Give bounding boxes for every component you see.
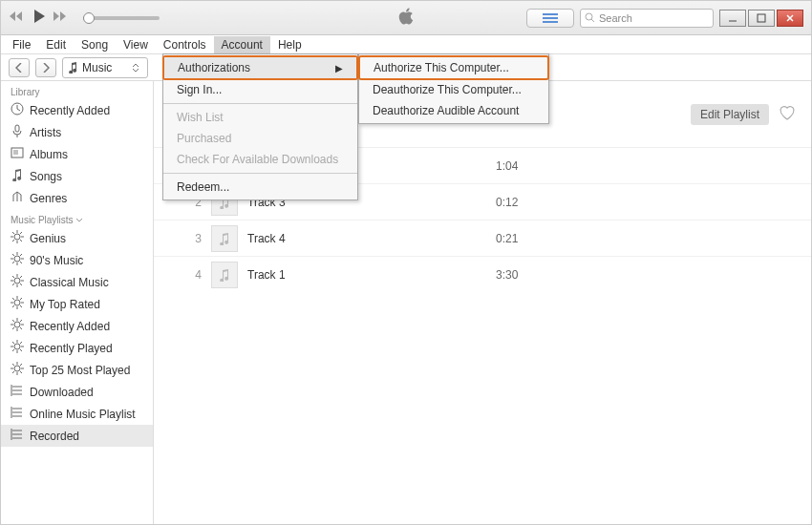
menu-item-label: Sign In... [177, 83, 222, 96]
svg-point-68 [14, 366, 20, 371]
sidebar-library-songs[interactable]: Songs [1, 165, 153, 187]
svg-line-74 [20, 371, 22, 373]
menu-account[interactable]: Account [214, 36, 270, 53]
sidebar-library-artists[interactable]: Artists [1, 121, 153, 143]
sidebar-item-label: Downloaded [30, 386, 94, 399]
svg-point-41 [14, 300, 20, 305]
sidebar-playlist-my-top-rated[interactable]: My Top Rated [1, 293, 153, 315]
sidebar-item-label: Albums [30, 148, 68, 161]
track-artwork [211, 225, 238, 252]
svg-line-76 [12, 371, 14, 373]
menu-song[interactable]: Song [74, 36, 116, 53]
sidebar-playlist-genius[interactable]: Genius [1, 227, 153, 249]
prev-track-button[interactable] [9, 10, 26, 26]
svg-line-20 [20, 240, 22, 242]
sidebar-item-label: Artists [30, 126, 61, 139]
menu-item-redeem-[interactable]: Redeem... [163, 177, 357, 198]
menu-view[interactable]: View [116, 36, 156, 53]
submenu-item-authorize-this-computer-[interactable]: Authorize This Computer... [360, 57, 547, 78]
sidebar-item-label: Recently Played [30, 342, 113, 355]
svg-line-49 [12, 305, 14, 307]
window-maximize-button[interactable] [748, 10, 775, 27]
sidebar-item-label: Recorded [30, 430, 79, 443]
svg-line-58 [12, 327, 14, 329]
back-button[interactable] [9, 58, 30, 77]
menu-help[interactable]: Help [270, 36, 310, 53]
sidebar-item-label: My Top Rated [30, 298, 100, 311]
gear-icon [11, 318, 24, 334]
search-input[interactable]: Search [580, 9, 714, 28]
svg-line-65 [20, 349, 22, 351]
svg-line-55 [12, 320, 14, 322]
track-index: 4 [182, 268, 202, 282]
sidebar-item-label: Top 25 Most Played [30, 364, 130, 377]
gear-icon [11, 252, 24, 268]
svg-rect-10 [15, 125, 19, 132]
svg-line-75 [20, 364, 22, 366]
chevron-down-icon [75, 217, 83, 224]
edit-playlist-button[interactable]: Edit Playlist [691, 104, 769, 125]
svg-line-39 [20, 276, 22, 278]
view-toggle[interactable] [526, 9, 574, 28]
sidebar-playlist-downloaded[interactable]: Downloaded [1, 381, 153, 403]
sidebar-item-label: Online Music Playlist [30, 408, 136, 421]
sidebar-library-recently-added[interactable]: Recently Added [1, 99, 153, 121]
menu-item-label: Authorizations [178, 61, 250, 74]
svg-line-64 [12, 342, 14, 344]
window-minimize-button[interactable] [719, 10, 746, 27]
svg-line-37 [12, 276, 14, 278]
gear-icon [11, 230, 24, 246]
gear-icon [11, 296, 24, 312]
sidebar-playlist-online-music-playlist[interactable]: Online Music Playlist [1, 403, 153, 425]
menu-item-authorizations[interactable]: Authorizations▶ [164, 57, 356, 78]
window-close-button[interactable] [777, 10, 803, 27]
volume-slider[interactable] [83, 16, 160, 20]
sidebar-library-albums[interactable]: Albums [1, 143, 153, 165]
track-row[interactable]: 3Track 40:21 [154, 220, 811, 257]
sidebar-item-label: 90's Music [30, 254, 83, 267]
sidebar-playlist-90-s-music[interactable]: 90's Music [1, 249, 153, 271]
svg-line-57 [20, 320, 22, 322]
svg-rect-6 [758, 14, 765, 22]
sidebar-playlist-classical-music[interactable]: Classical Music [1, 271, 153, 293]
genre-icon [11, 190, 24, 206]
svg-line-28 [12, 254, 14, 256]
svg-point-59 [14, 344, 20, 349]
menu-item-sign-in-[interactable]: Sign In... [163, 79, 357, 100]
menu-item-purchased: Purchased [163, 128, 357, 149]
library-selector[interactable]: Music [62, 57, 148, 78]
svg-line-66 [20, 342, 22, 344]
library-selector-label: Music [82, 61, 112, 74]
track-row[interactable]: 4Track 13:30 [154, 257, 811, 293]
sidebar-item-label: Classical Music [30, 276, 109, 289]
sidebar-playlist-recently-played[interactable]: Recently Played [1, 337, 153, 359]
forward-button[interactable] [35, 58, 56, 77]
track-duration: 3:30 [496, 268, 518, 282]
track-duration: 0:21 [496, 232, 518, 245]
album-icon [11, 146, 24, 162]
sidebar-playlist-top-25-most-played[interactable]: Top 25 Most Played [1, 359, 153, 381]
menu-file[interactable]: File [5, 36, 38, 53]
sidebar-playlist-recorded[interactable]: Recorded [1, 425, 153, 447]
menu-bar: FileEditSongViewControlsAccountHelp [1, 35, 811, 54]
track-title: Track 4 [247, 232, 496, 245]
sidebar-library-genres[interactable]: Genres [1, 187, 153, 209]
play-button[interactable] [32, 9, 47, 27]
favorite-button[interactable] [779, 105, 796, 123]
chevron-right-icon: ▶ [335, 63, 343, 74]
svg-line-40 [12, 284, 14, 285]
svg-line-67 [12, 349, 14, 351]
svg-rect-12 [13, 150, 18, 155]
sidebar-playlist-recently-added[interactable]: Recently Added [1, 315, 153, 337]
track-title: Track 1 [247, 268, 496, 282]
submenu-item-deauthorize-this-computer-[interactable]: Deauthorize This Computer... [359, 79, 548, 100]
menu-item-label: Check For Available Downloads [177, 153, 338, 166]
gear-icon [11, 362, 24, 378]
next-track-button[interactable] [53, 10, 70, 26]
sidebar-item-label: Genius [30, 232, 66, 245]
menu-edit[interactable]: Edit [38, 36, 74, 53]
menu-controls[interactable]: Controls [156, 36, 214, 53]
submenu-item-deauthorize-audible-account[interactable]: Deauthorize Audible Account [359, 100, 548, 121]
sidebar-item-label: Genres [30, 192, 67, 205]
account-menu-dropdown: Authorizations▶Sign In...Wish ListPurcha… [162, 53, 358, 200]
